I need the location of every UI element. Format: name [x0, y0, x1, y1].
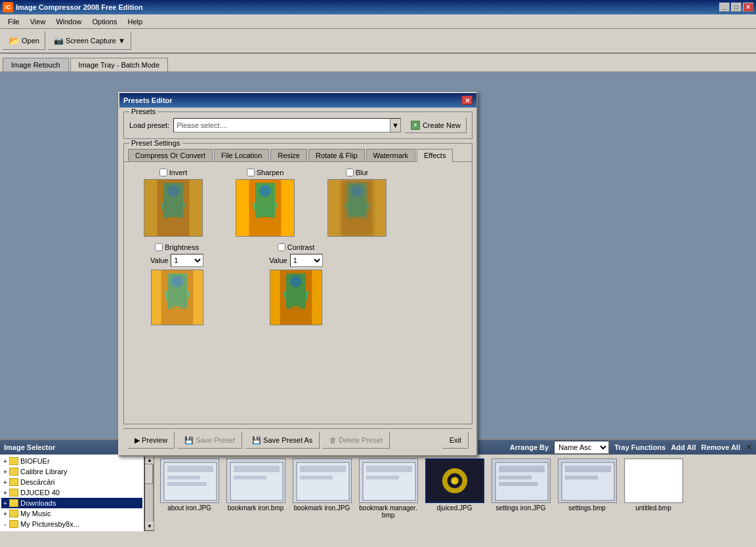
app-title-bar: IC Image Compressor 2008 Free Edition _ …	[0, 0, 756, 14]
tab-resize[interactable]: Resize	[270, 149, 307, 161]
dropdown-arrow-icon[interactable]: ▼	[390, 119, 400, 132]
thumbnail-label-settings-iron-jpg: settings iron.JPG	[495, 504, 545, 512]
blur-label: Blur	[356, 169, 369, 176]
contrast-value-select[interactable]: 1 2 3 -1 -2	[290, 254, 323, 267]
brightness-checkbox[interactable]	[155, 243, 163, 251]
svg-point-3	[165, 184, 180, 199]
add-all-button[interactable]: Add All	[671, 443, 696, 451]
exit-button[interactable]: Exit	[442, 432, 469, 449]
brightness-contrast-row: Brightness Value 1 2 3 -1 -2	[131, 243, 465, 325]
svg-rect-2	[163, 183, 182, 218]
tab-watermark[interactable]: Watermark	[366, 149, 415, 161]
preview-icon: ▶	[135, 436, 140, 445]
sharpen-preview	[236, 179, 295, 237]
thumbnail-label-untitled-bmp: untitled.bmp	[635, 504, 671, 512]
svg-rect-42	[234, 466, 280, 472]
preview-button[interactable]: ▶ Preview	[127, 432, 175, 449]
thumbnail-untitled-bmp[interactable]: untitled.bmp	[622, 458, 684, 512]
scroll-up-button[interactable]: ▲	[145, 455, 154, 464]
expand-icon: +	[1, 468, 9, 476]
file-tree-scrollbar: ▲ ▼	[144, 455, 154, 531]
file-tree: + BIOFUEr + Calibre Library + Des	[0, 455, 144, 531]
tab-effects[interactable]: Effects	[417, 149, 453, 162]
tree-item-downloads[interactable]: + Downloads	[1, 498, 142, 508]
create-new-button[interactable]: + Create New	[405, 117, 467, 133]
svg-rect-66	[625, 459, 682, 502]
tree-item-calibre[interactable]: + Calibre Library	[1, 466, 142, 477]
scroll-down-button[interactable]: ▼	[145, 521, 154, 531]
tab-rotate-flip[interactable]: Rotate & Flip	[308, 149, 365, 161]
blur-statue	[328, 180, 386, 236]
thumbnail-bookmark-iron-jpg[interactable]: bookmark iron.JPG	[291, 458, 353, 512]
save-preset-as-icon: 💾	[252, 436, 261, 445]
contrast-checkbox[interactable]	[278, 243, 285, 251]
contrast-label-row: Contrast	[278, 243, 315, 251]
load-preset-dropdown[interactable]: Please select.... ▼	[173, 118, 401, 132]
sharpen-checkbox[interactable]	[247, 169, 255, 176]
tree-item-my-pictures[interactable]: - My Picturesby8x...	[1, 519, 142, 529]
presets-row: Load preset: Please select.... ▼ + Creat…	[129, 115, 467, 133]
tree-item-biofuer[interactable]: + BIOFUEr	[1, 456, 142, 466]
thumbnail-img-djuiced: ♪	[425, 458, 484, 503]
thumbnail-about-iron[interactable]: about iron.JPG	[158, 458, 220, 512]
brightness-statue	[152, 270, 203, 325]
open-button[interactable]: 📂 Open	[3, 31, 45, 50]
thumbnail-settings-bmp[interactable]: settings.bmp	[556, 458, 618, 512]
dialog-close-button[interactable]: ✕	[462, 96, 472, 105]
scroll-thumb[interactable]	[145, 464, 153, 484]
tree-item-djuced[interactable]: + DJUCED 40	[1, 487, 142, 498]
bottom-panel-content: + BIOFUEr + Calibre Library + Des	[0, 455, 756, 531]
blur-checkbox[interactable]	[346, 169, 354, 176]
thumbnail-img-settings-iron-jpg	[492, 458, 551, 503]
thumb-preview	[360, 459, 417, 502]
presets-group: Presets Load preset: Please select.... ▼…	[123, 111, 472, 139]
screen-capture-button[interactable]: 📷 Screen Capture ▼	[48, 31, 131, 50]
invert-label: Invert	[169, 169, 188, 176]
brightness-label: Brightness	[165, 243, 199, 251]
tab-image-tray[interactable]: Image Tray - Batch Mode	[70, 58, 169, 71]
dialog-titlebar: Presets Editor ✕	[119, 93, 476, 108]
delete-preset-button[interactable]: 🗑 Delete Preset	[322, 432, 390, 449]
close-panel-button[interactable]: ✕	[746, 443, 752, 452]
save-preset-button[interactable]: 💾 Save Preset	[177, 432, 242, 449]
menu-view[interactable]: View	[25, 16, 51, 27]
close-button[interactable]: ✕	[743, 3, 753, 12]
tab-compress-convert[interactable]: Compress Or Convert	[128, 149, 213, 161]
tree-item-my-music[interactable]: + My Music	[1, 508, 142, 519]
tab-image-retouch[interactable]: Image Retouch	[3, 58, 69, 71]
menu-window[interactable]: Window	[51, 16, 87, 27]
thumb-preview	[492, 459, 550, 502]
menu-options[interactable]: Options	[87, 16, 123, 27]
svg-rect-16	[347, 183, 366, 218]
remove-all-button[interactable]: Remove All	[701, 443, 740, 451]
thumbnails-area: about iron.JPG bookmark iron.bmp	[154, 455, 756, 531]
thumbnail-img-bookmark-iron-bmp	[226, 458, 285, 503]
folder-icon	[9, 520, 18, 528]
invert-checkbox[interactable]	[159, 169, 167, 176]
maximize-button[interactable]: □	[731, 3, 742, 12]
effects-tab-content: Invert	[124, 161, 472, 424]
thumbnail-settings-iron-jpg[interactable]: settings iron.JPG	[490, 458, 552, 512]
save-preset-as-button[interactable]: 💾 Save Preset As	[245, 432, 320, 449]
minimize-button[interactable]: _	[719, 3, 730, 12]
svg-rect-50	[366, 466, 412, 472]
tab-file-location[interactable]: File Location	[214, 149, 269, 161]
app-wrapper: IC Image Compressor 2008 Free Edition _ …	[0, 0, 756, 547]
thumbnail-bookmark-iron-bmp[interactable]: bookmark iron.bmp	[224, 458, 287, 512]
expand-icon: +	[1, 489, 9, 496]
menu-help[interactable]: Help	[122, 16, 148, 27]
brightness-preview	[151, 270, 203, 325]
svg-rect-23	[167, 274, 186, 309]
expand-icon: +	[1, 458, 9, 465]
thumbnail-djuiced[interactable]: ♪ djuiced.JPG	[423, 458, 486, 512]
svg-rect-51	[366, 476, 399, 479]
tree-item-descarcari[interactable]: + Descărcări	[1, 477, 142, 487]
blur-checkbox-row: Blur	[346, 169, 369, 176]
camera-icon: 📷	[54, 36, 64, 45]
sharpen-label: Sharpen	[257, 169, 284, 176]
menu-file[interactable]: File	[3, 16, 25, 27]
svg-rect-60	[499, 476, 532, 479]
thumbnail-bookmark-manager-bmp[interactable]: bookmark manager.bmp	[357, 458, 419, 519]
brightness-value-select[interactable]: 1 2 3 -1 -2	[171, 254, 203, 267]
arrange-by-select[interactable]: Name Asc Name Desc Date Asc Date Desc	[554, 441, 609, 454]
